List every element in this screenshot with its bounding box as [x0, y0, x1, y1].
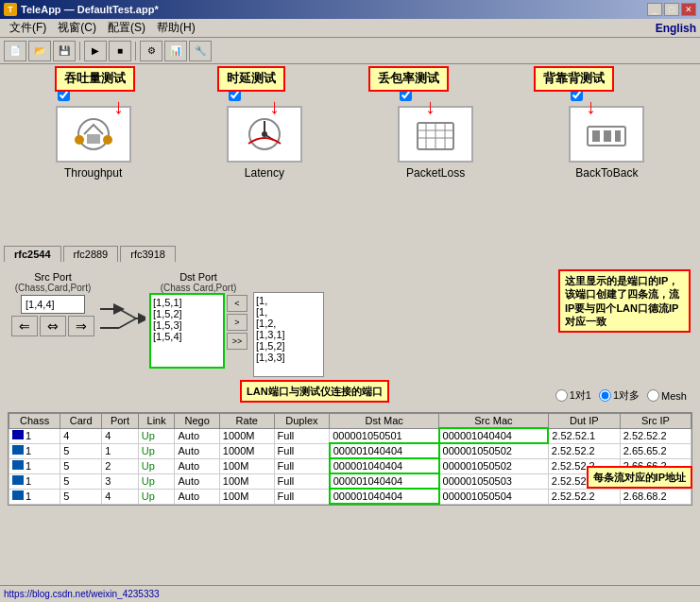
backtoback-icon [583, 113, 630, 156]
toolbar-new[interactable]: 📄 [4, 41, 26, 61]
test-label-backtoback: BackToBack [575, 166, 638, 180]
radio-one-to-one[interactable]: 1对1 [555, 388, 591, 403]
annotation-port-ip: 这里显示的是端口的IP，该端口创建了四条流，流IP要与四个LAN口德流IP对应一… [558, 269, 691, 333]
test-section: 吞吐量测试 ↓ 时延测试 ↓ 丢包率测试 ↓ 背靠背测试 ↓ [0, 64, 700, 244]
svg-point-7 [262, 131, 267, 137]
table-cell: 000001050501 [330, 428, 439, 443]
dst-port-item-4: [1,5,4] [153, 331, 221, 342]
nav-up-button[interactable]: < [227, 295, 248, 312]
title-bar: T TeleApp — DefaultTest.app* _ □ ✕ [0, 0, 700, 19]
main-content: Src Port (Chass,Card,Port) ⇐ ⇔ ⇒ Dst Por… [0, 262, 700, 509]
minimize-button[interactable]: _ [647, 3, 662, 16]
dir-left-button[interactable]: ⇐ [11, 316, 38, 336]
toolbar-misc2[interactable]: 📊 [164, 41, 187, 61]
svg-point-2 [75, 135, 84, 145]
table-cell: 4 [60, 428, 102, 443]
table-cell: 1 [9, 458, 60, 473]
annotation-flow-ip: 每条流对应的IP地址 [587, 466, 692, 489]
col-srcmac: Src Mac [439, 414, 549, 429]
icon-box-latency [227, 106, 302, 163]
dst-port-item-1: [1,5,1] [153, 297, 221, 308]
toolbar-open[interactable]: 📂 [28, 41, 51, 61]
src-port-input[interactable] [21, 295, 85, 314]
menu-window[interactable]: 视窗(C) [52, 18, 102, 38]
dst-port-item-3: [1,5,3] [153, 319, 221, 331]
window-title: TeleApp — DefaultTest.app* [21, 4, 159, 15]
table-cell: Full [274, 443, 330, 458]
table-cell: 2.68.68.2 [620, 489, 691, 504]
col-card: Card [60, 414, 102, 429]
table-cell: 4 [102, 489, 139, 504]
throughput-icon [70, 113, 117, 156]
tab-rfc3918[interactable]: rfc3918 [120, 246, 176, 262]
nav-all-button[interactable]: >> [227, 333, 248, 350]
nav-down-button[interactable]: > [227, 314, 248, 331]
col-port: Port [102, 414, 139, 429]
table-cell: 100M [219, 473, 274, 489]
packetloss-icon [412, 113, 459, 156]
right-port-1: [1, [256, 295, 321, 306]
table-cell: Full [274, 473, 330, 489]
app-icon: T [4, 3, 17, 16]
toolbar-stop[interactable]: ■ [109, 41, 131, 61]
radio-one-to-many[interactable]: 1对多 [599, 388, 640, 403]
dst-port-list[interactable]: [1,5,1] [1,5,2] [1,5,3] [1,5,4] [149, 293, 225, 369]
toolbar-save[interactable]: 💾 [53, 41, 76, 61]
arrow-throughput: ↓ [113, 95, 124, 119]
nav-buttons: < > >> [227, 295, 248, 369]
table-cell: Up [138, 428, 175, 443]
table-cell: 5 [60, 489, 102, 504]
table-cell: 2.52.52.1 [548, 428, 620, 443]
table-cell: Full [274, 458, 330, 473]
menu-bar: 文件(F) 视窗(C) 配置(S) 帮助(H) English [0, 19, 700, 38]
tab-rfc2889[interactable]: rfc2889 [63, 246, 119, 262]
menu-config[interactable]: 配置(S) [102, 18, 151, 38]
radio-mesh[interactable]: Mesh [647, 389, 687, 402]
dir-both-button[interactable]: ⇔ [40, 316, 66, 336]
table-cell: 000001040404 [330, 473, 439, 489]
toolbar-play[interactable]: ▶ [84, 41, 107, 61]
svg-line-20 [119, 309, 136, 318]
table-cell: 1 [9, 428, 60, 443]
table-cell: 1 [9, 489, 60, 504]
toolbar-misc3[interactable]: 🔧 [189, 41, 212, 61]
table-cell: 000001040404 [330, 489, 439, 504]
dst-port-label: Dst Port [179, 271, 217, 283]
table-cell: 000001050503 [439, 473, 549, 489]
icon-box-packetloss [398, 106, 473, 163]
svg-point-3 [103, 135, 112, 145]
tab-rfc2544[interactable]: rfc2544 [4, 246, 61, 262]
annotation-backtoback: 背靠背测试 [534, 66, 614, 92]
arrow-backtoback: ↓ [586, 95, 596, 119]
right-port-list[interactable]: [1, [1, [1,2, [1,3,1] [1,5,2] [1,3,3] [253, 292, 324, 377]
src-port-section: Src Port (Chass,Card,Port) ⇐ ⇔ ⇒ [11, 271, 94, 336]
table-cell: 000001050504 [439, 489, 549, 504]
right-port-5: [1,5,2] [256, 340, 321, 352]
table-row: 154UpAuto100MFull00000104040400000105050… [9, 489, 691, 504]
table-cell: Full [274, 489, 330, 504]
menu-file[interactable]: 文件(F) [4, 18, 52, 38]
table-cell: Up [138, 473, 175, 489]
port-arrow-icon [98, 300, 145, 337]
right-port-4: [1,3,1] [256, 329, 321, 340]
table-cell: Auto [175, 428, 219, 443]
svg-rect-16 [604, 130, 611, 142]
table-cell: 5 [60, 443, 102, 458]
dir-right-button[interactable]: ⇒ [68, 316, 94, 336]
col-nego: Nego [175, 414, 219, 429]
test-label-latency: Latency [245, 166, 284, 180]
maximize-button[interactable]: □ [664, 3, 679, 16]
data-table-container: Chass Card Port Link Nego Rate Duplex Ds… [8, 412, 692, 506]
toolbar-misc1[interactable]: ⚙ [140, 41, 162, 61]
language-label: English [656, 22, 696, 35]
close-button[interactable]: ✕ [681, 3, 696, 16]
table-cell: 1 [102, 443, 139, 458]
menu-help[interactable]: 帮助(H) [151, 18, 201, 38]
table-cell: Up [138, 489, 175, 504]
annotation-latency: 时延测试 [217, 66, 285, 92]
col-srcip: Src IP [620, 414, 691, 429]
svg-rect-1 [87, 134, 100, 144]
col-rate: Rate [219, 414, 274, 429]
src-port-sub: (Chass,Card,Port) [15, 283, 92, 293]
right-port-6: [1,3,3] [256, 352, 321, 363]
